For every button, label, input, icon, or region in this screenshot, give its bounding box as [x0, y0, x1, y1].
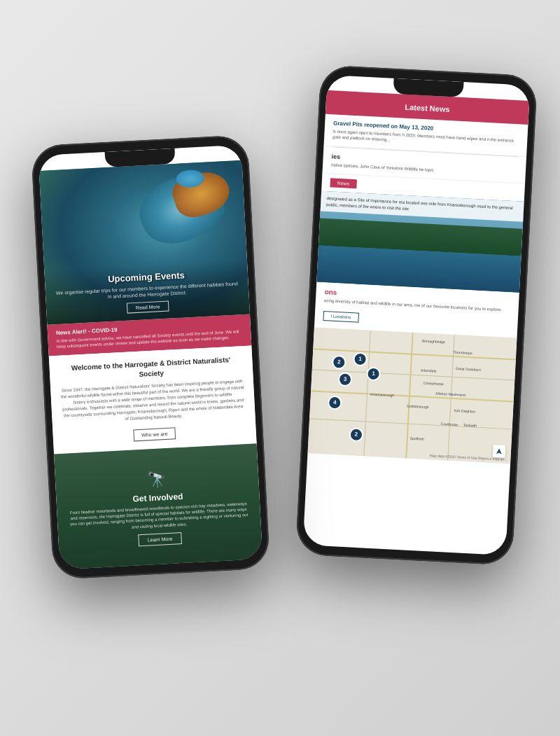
map-pin-2[interactable]: 1: [353, 352, 368, 366]
right-phone-content: Latest News Gravel Pits reopened on May …: [303, 75, 531, 555]
learn-more-button[interactable]: Learn More: [138, 532, 182, 546]
map-road-4: [309, 418, 512, 429]
map-label-boroughbridge: Boroughbridge: [422, 338, 445, 344]
scene: Latest News Gravel Pits reopened on May …: [0, 0, 560, 736]
get-involved-overlay: 🔭 Get Involved From heather moorlands an…: [54, 443, 262, 569]
hero-area: Upcoming Events We organise regular trip…: [39, 160, 250, 325]
all-locations-button[interactable]: l Locations: [323, 311, 358, 323]
get-involved-section: 🔭 Get Involved From heather moorlands an…: [54, 443, 262, 569]
map-label-arkendale: Arkendale: [421, 368, 437, 373]
map-pin-1[interactable]: 2: [332, 354, 346, 369]
lake-image: designated as a Site of Importance for r…: [316, 191, 524, 293]
map-label-allerton: Allerton Mauleverer: [435, 391, 466, 396]
map-pin-4[interactable]: 4: [328, 395, 342, 410]
map-label-goldsborough: Goldsborough: [407, 403, 429, 409]
map-label-kirk-deighton: Kirk Deighton: [454, 408, 475, 414]
phone-right-screen: Latest News Gravel Pits reopened on May …: [303, 75, 531, 555]
phone-left-screen: Upcoming Events We organise regular trip…: [38, 145, 263, 569]
get-involved-title: Get Involved: [132, 491, 183, 504]
map-label-cowthorpe: Cowthorpe: [441, 422, 458, 426]
welcome-text: Since 1947, the Harrogate & District Nat…: [60, 378, 245, 426]
map-label-knaresborough: Knaresborough: [370, 391, 394, 397]
map-label-thornthorpe: Thornthorpe: [453, 349, 472, 354]
phone-left: Upcoming Events We organise regular trip…: [31, 134, 270, 579]
read-more-button[interactable]: Read More: [127, 301, 169, 314]
map-pin-5[interactable]: 2: [349, 427, 363, 442]
map-area: Boroughbridge Thornthorpe Arkendale Grea…: [307, 327, 517, 464]
welcome-section: Welcome to the Harrogate & District Natu…: [49, 345, 257, 454]
binoculars-icon: 🔭: [147, 471, 167, 489]
svg-marker-0: [496, 448, 502, 454]
hero-overlay: Upcoming Events We organise regular trip…: [44, 259, 250, 324]
get-involved-text: From heather moorlands and broadleaved w…: [68, 500, 249, 533]
map-label-spofforth: Spofforth: [410, 436, 424, 440]
map-label-great-ouseburn: Great Ouseburn: [456, 366, 481, 372]
left-phone-content: Upcoming Events We organise regular trip…: [38, 145, 263, 569]
map-label-coneythorpe: Coneythorpe: [424, 380, 444, 385]
who-we-are-button[interactable]: Who we are: [134, 427, 176, 441]
map-navigate-icon[interactable]: [493, 445, 506, 458]
latest-news-title: Latest News: [405, 103, 450, 113]
more-news-button[interactable]: News: [330, 178, 356, 188]
map-label-tockwith: Tockwith: [463, 422, 477, 427]
map-pin-6[interactable]: 1: [366, 366, 381, 381]
map-pin-3[interactable]: 3: [338, 372, 353, 387]
phone-right: Latest News Gravel Pits reopened on May …: [295, 64, 538, 565]
